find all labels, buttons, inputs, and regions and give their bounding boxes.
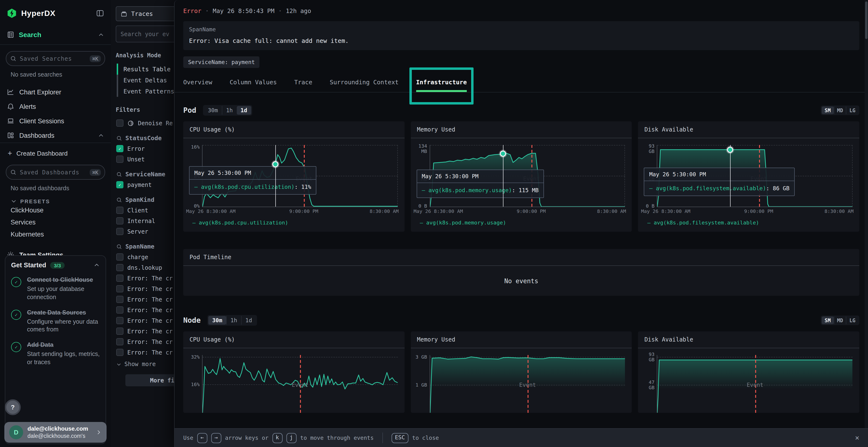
pod-size-md[interactable]: MD — [834, 106, 846, 114]
checkbox-unchecked[interactable] — [116, 328, 123, 335]
pod-size-sm[interactable]: SM — [822, 106, 834, 114]
tab-overview[interactable]: Overview — [183, 72, 212, 92]
node-size-lg[interactable]: LG — [846, 316, 858, 324]
laptop-icon — [7, 117, 14, 125]
y-tick-label: 32% — [191, 354, 199, 359]
sidebar-item-label: Dashboards — [19, 132, 93, 139]
y-tick-label: 47 GB — [641, 380, 655, 390]
chart-body: 16%8%0%EventMay 26 5:30:00 PM— avg(k8s.p… — [183, 138, 404, 232]
search-notebook-icon — [7, 31, 14, 38]
tab-trace[interactable]: Trace — [294, 72, 312, 92]
search-icon — [10, 169, 17, 175]
chart-tooltip: May 26 5:30:00 PM— avg(k8s.pod.cpu.utili… — [189, 166, 317, 194]
k-key[interactable]: k — [272, 433, 282, 443]
chart-tooltip: May 26 5:30:00 PM— avg(k8s.pod.filesyste… — [644, 168, 795, 196]
pod-size-control: SMMDLG — [821, 105, 859, 115]
checkbox-unchecked[interactable] — [116, 217, 123, 225]
checkbox-unchecked[interactable] — [116, 156, 123, 163]
node-size-sm[interactable]: SM — [822, 316, 834, 324]
get-started-item: ✓Add DataStart sending logs, metrics, or… — [11, 341, 100, 367]
chart-cursor-line — [730, 145, 731, 207]
keyboard-hint-bar: Use ← → arrow keys or k j to move throug… — [175, 428, 868, 447]
scrollbar-track[interactable] — [865, 0, 868, 447]
plot-row: 93 GB47 GB0 BEventMay 26 5:30:00 PM— avg… — [641, 145, 852, 207]
y-axis: 3 GB1 GB — [413, 355, 429, 413]
checkbox-unchecked[interactable] — [116, 349, 123, 356]
tooltip-series-name: — avg(k8s.pod.cpu.utilization) — [194, 183, 294, 190]
pod-range-30m[interactable]: 30m — [204, 106, 222, 115]
checkbox-unchecked[interactable] — [116, 317, 123, 324]
checkbox-unchecked[interactable] — [116, 253, 123, 261]
node-range-30m[interactable]: 30m — [208, 316, 226, 325]
sidebar: HyperDX Search Saved Searches ⌘K No save… — [0, 0, 112, 447]
sidebar-item-dashboards[interactable]: Dashboards — [0, 128, 111, 143]
sidebar-item-client-sessions[interactable]: Client Sessions — [0, 114, 111, 128]
checkbox-checked[interactable]: ✓ — [116, 145, 123, 152]
no-saved-dashboards-text: No saved dashboards — [0, 180, 111, 192]
tooltip-series-value: : 11% — [294, 183, 311, 190]
checkbox-unchecked[interactable] — [116, 207, 123, 214]
sidebar-item-search[interactable]: Search — [0, 18, 111, 45]
tab-column-values[interactable]: Column Values — [229, 72, 277, 92]
pod-range-1d[interactable]: 1d — [237, 106, 251, 115]
chart-legend: — avg(k8s.pod.cpu.utilization) — [186, 215, 398, 232]
user-menu[interactable]: D dale@clickhouse.com dale@clickhouse.co… — [4, 422, 106, 443]
sidebar-item-alerts[interactable]: Alerts — [0, 99, 111, 114]
checkbox-unchecked[interactable] — [116, 338, 123, 345]
pod-range-1h[interactable]: 1h — [222, 106, 237, 115]
checkbox-unchecked[interactable] — [116, 296, 123, 303]
event-header: Error · May 26 8:50:43 PM · 12h ago — [175, 0, 868, 16]
check-circle-icon: ✓ — [11, 277, 21, 287]
pod-size-lg[interactable]: LG — [846, 106, 858, 114]
arrow-left-key[interactable]: ← — [197, 433, 207, 443]
y-tick-label: 3 GB — [415, 354, 427, 359]
checkbox-unchecked[interactable] — [116, 285, 123, 293]
saved-searches-input[interactable]: Saved Searches ⌘K — [6, 51, 105, 66]
node-range-1d[interactable]: 1d — [241, 316, 256, 325]
tab-surrounding-context[interactable]: Surrounding Context — [330, 72, 399, 92]
plot-row: 32%16%Event — [186, 355, 398, 413]
pod-timeline-title: Pod Timeline — [183, 249, 859, 266]
get-started-header[interactable]: Get Started 3/3 — [11, 262, 100, 269]
create-dashboard-button[interactable]: + Create Dashboard — [0, 143, 111, 159]
service-name-chip[interactable]: ServiceName: payment — [183, 56, 260, 68]
checkbox-checked[interactable]: ✓ — [116, 181, 123, 188]
tab-infrastructure[interactable]: Infrastructure — [416, 72, 467, 92]
node-range-control: 30m1h1d — [207, 315, 257, 325]
get-started-item-body: Add DataStart sending logs, metrics, or … — [27, 341, 100, 367]
j-key[interactable]: j — [286, 433, 296, 443]
scrollbar-thumb[interactable] — [865, 1, 868, 39]
checkbox-unchecked[interactable] — [116, 306, 123, 314]
chevron-up-icon — [98, 132, 104, 138]
checkbox-unchecked[interactable] — [116, 119, 123, 127]
checkbox-unchecked[interactable] — [116, 275, 123, 282]
chart-body: 3 GB1 GBEvent — [411, 348, 632, 413]
filter-value-label: Error: The cr — [127, 349, 173, 356]
tooltip-series-value: : 115 MB — [512, 187, 539, 194]
sidebar-collapse-icon[interactable] — [96, 9, 104, 18]
arrow-right-key[interactable]: → — [211, 433, 221, 443]
chart-title: Disk Available — [638, 332, 859, 348]
checkbox-unchecked[interactable] — [116, 264, 123, 271]
filter-value-label: Server — [127, 228, 148, 235]
preset-services[interactable]: Services — [0, 216, 111, 228]
plot-row: 93 GB47 GBEvent — [641, 355, 852, 413]
get-started-item-desc: Set up your database connection — [27, 285, 100, 302]
preset-clickhouse[interactable]: ClickHouse — [0, 204, 111, 216]
node-range-1h[interactable]: 1h — [226, 316, 241, 325]
app-root: HyperDX Search Saved Searches ⌘K No save… — [0, 0, 868, 447]
presets-toggle[interactable]: PRESETS — [0, 192, 111, 204]
close-icon[interactable]: × — [855, 434, 859, 442]
saved-dashboards-input[interactable]: Saved Dashboards ⌘K — [6, 165, 105, 180]
span-name-value: Error: Visa cache full: cannot add new i… — [189, 37, 854, 44]
get-started-item-body: Create Data SourcesConfigure where your … — [27, 309, 100, 334]
chevron-up-icon — [94, 262, 100, 268]
esc-key[interactable]: ESC — [392, 433, 408, 443]
checkbox-unchecked[interactable] — [116, 228, 123, 235]
preset-kubernetes[interactable]: Kubernetes — [0, 228, 111, 240]
sidebar-item-chart-explorer[interactable]: Chart Explorer — [0, 85, 111, 99]
node-size-md[interactable]: MD — [834, 316, 846, 324]
tooltip-series-row: — avg(k8s.pod.cpu.utilization): 11% — [189, 179, 316, 194]
event-age: 12h ago — [286, 7, 311, 14]
help-button[interactable]: ? — [5, 399, 21, 415]
